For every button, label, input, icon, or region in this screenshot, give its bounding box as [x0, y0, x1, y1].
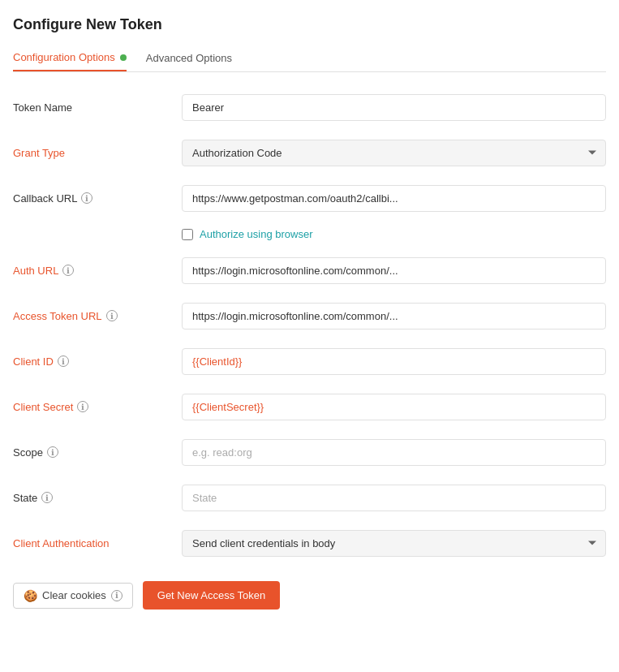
client-secret-row: Client Secret ℹ [13, 391, 606, 422]
tabs-container: Configuration Options Advanced Options [13, 45, 606, 72]
client-auth-control: Send client credentials in body Send as … [182, 530, 606, 557]
access-token-url-row: Access Token URL ℹ [13, 300, 606, 331]
client-secret-control [182, 394, 606, 420]
access-token-url-input[interactable] [182, 303, 606, 330]
token-name-row: Token Name [13, 92, 606, 123]
tab-configuration[interactable]: Configuration Options [13, 45, 127, 71]
page-title: Configure New Token [13, 16, 606, 33]
bottom-actions: 🍪 Clear cookies ℹ Get New Access Token [13, 581, 606, 610]
authorize-browser-checkbox[interactable] [182, 229, 193, 240]
access-token-url-control [182, 303, 606, 330]
clear-cookies-label: Clear cookies [42, 589, 106, 601]
token-name-input[interactable] [182, 94, 606, 121]
state-label: State ℹ [13, 492, 175, 504]
callback-url-label: Callback URL ℹ [13, 192, 175, 205]
state-control [182, 485, 606, 511]
scope-info-icon[interactable]: ℹ [47, 446, 58, 458]
cookie-icon: 🍪 [24, 589, 37, 602]
grant-type-control: Authorization Code Implicit Client Crede… [182, 140, 606, 166]
client-secret-input[interactable] [182, 394, 606, 420]
scope-row: Scope ℹ [13, 437, 606, 467]
client-secret-info-icon[interactable]: ℹ [77, 401, 88, 412]
grant-type-select-wrapper: Authorization Code Implicit Client Crede… [182, 140, 606, 166]
tab-active-dot [120, 54, 127, 61]
callback-url-input[interactable] [182, 185, 606, 212]
auth-url-info-icon[interactable]: ℹ [62, 265, 74, 276]
auth-url-input[interactable] [182, 257, 606, 284]
scope-control [182, 439, 606, 466]
scope-input[interactable] [182, 439, 606, 466]
client-id-label: Client ID ℹ [13, 355, 175, 368]
client-auth-label: Client Authentication [13, 537, 175, 549]
authorize-browser-row: Authorize using browser [182, 228, 606, 240]
tab-advanced-label: Advanced Options [146, 52, 232, 64]
access-token-url-label: Access Token URL ℹ [13, 310, 175, 322]
callback-url-row: Callback URL ℹ [13, 183, 606, 213]
token-name-control [182, 94, 606, 121]
scope-label: Scope ℹ [13, 446, 175, 459]
grant-type-select[interactable]: Authorization Code Implicit Client Crede… [182, 140, 606, 166]
auth-url-row: Auth URL ℹ [13, 255, 606, 286]
state-info-icon[interactable]: ℹ [41, 492, 53, 503]
tab-configuration-label: Configuration Options [13, 51, 115, 63]
callback-url-info-icon[interactable]: ℹ [81, 192, 92, 204]
grant-type-row: Grant Type Authorization Code Implicit C… [13, 137, 606, 168]
auth-url-control [182, 257, 606, 284]
clear-cookies-button[interactable]: 🍪 Clear cookies ℹ [13, 583, 133, 609]
client-id-row: Client ID ℹ [13, 346, 606, 377]
authorize-browser-label[interactable]: Authorize using browser [200, 228, 312, 240]
client-secret-label: Client Secret ℹ [13, 401, 175, 413]
main-container: Configure New Token Configuration Option… [0, 0, 619, 629]
client-id-input[interactable] [182, 348, 606, 375]
get-token-button[interactable]: Get New Access Token [143, 581, 280, 610]
token-name-label: Token Name [13, 101, 175, 114]
auth-url-label: Auth URL ℹ [13, 265, 175, 277]
access-token-url-info-icon[interactable]: ℹ [106, 310, 118, 321]
callback-url-control [182, 185, 606, 212]
client-auth-row: Client Authentication Send client creden… [13, 528, 606, 558]
client-id-info-icon[interactable]: ℹ [58, 355, 69, 367]
state-row: State ℹ [13, 482, 606, 513]
client-auth-select[interactable]: Send client credentials in body Send as … [182, 530, 606, 557]
client-auth-select-wrapper: Send client credentials in body Send as … [182, 530, 606, 557]
tab-advanced[interactable]: Advanced Options [146, 45, 232, 71]
client-id-control [182, 348, 606, 375]
clear-cookies-info-icon[interactable]: ℹ [111, 590, 123, 601]
grant-type-label: Grant Type [13, 147, 175, 159]
state-input[interactable] [182, 485, 606, 511]
